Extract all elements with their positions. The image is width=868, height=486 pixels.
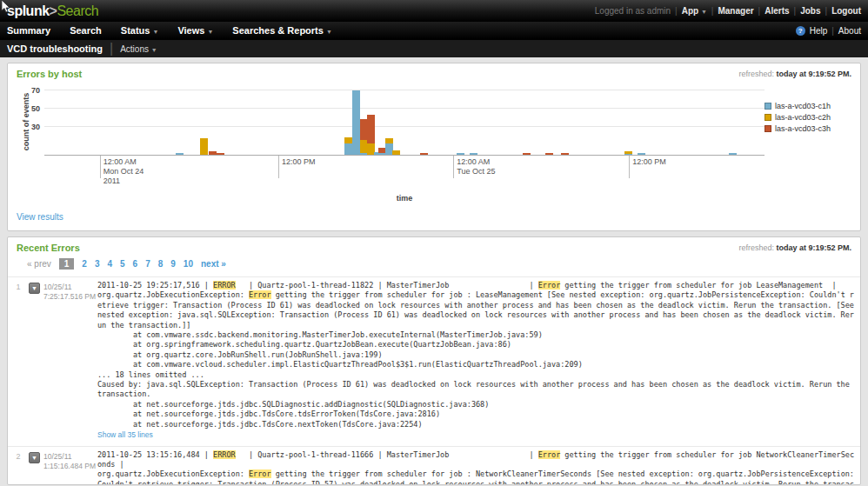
chart-bar[interactable] [624, 151, 632, 155]
alerts-link[interactable]: Alerts [765, 6, 789, 16]
chart-bar[interactable] [209, 151, 217, 155]
x-tick-mark [100, 156, 101, 178]
bar-segment-c2h [392, 150, 400, 155]
event-timestamp: 10/25/117:25:17.516 PM [43, 281, 97, 441]
dashboard-title: VCD troubleshooting [7, 43, 103, 54]
bar-segment-c3h [523, 153, 531, 155]
event-index: 1 [8, 281, 29, 441]
chart-bar[interactable] [352, 90, 360, 155]
pagination-page[interactable]: 6 [133, 259, 138, 269]
x-tick-label: 12:00 AMTue Oct 25 [457, 157, 495, 176]
chevron-down-icon: ▼ [152, 29, 158, 35]
panel-title-recent-errors: Recent Errors [17, 243, 80, 253]
about-link[interactable]: About [838, 26, 861, 36]
gridline [44, 126, 765, 127]
nav-item-summary[interactable]: Summary [7, 25, 50, 36]
help-link[interactable]: Help [810, 26, 828, 36]
refreshed-timestamp: refreshed: today at 9:19:52 PM. [738, 70, 851, 78]
y-axis-label: count of events [22, 91, 30, 152]
event-expand-button[interactable]: ▼ [29, 283, 40, 294]
jobs-link[interactable]: Jobs [800, 6, 820, 16]
nav-item-search[interactable]: Search [70, 25, 102, 36]
x-tick-label: 12:00 PM [632, 157, 666, 167]
chart-bar[interactable] [392, 150, 400, 155]
x-tick-mark [453, 156, 454, 178]
legend-label: las-a-vcd03-c2h [775, 113, 831, 122]
bar-segment-c1h [624, 154, 632, 156]
event-raw-text: 2011-10-25 19:25:17,516 | ERROR | Quartz… [97, 281, 855, 441]
logout-link[interactable]: Logout [831, 6, 861, 16]
y-tick-label: 50 [31, 104, 40, 113]
chart-bar[interactable] [523, 153, 531, 155]
legend-label: las-a-vcd03-c1h [775, 102, 831, 110]
chart-bar[interactable] [200, 138, 208, 155]
logged-in-label: Logged in as admin [595, 6, 671, 16]
bar-segment-c2h [200, 138, 208, 155]
nav-item-searches-reports[interactable]: Searches & Reports▼ [232, 25, 331, 36]
show-all-lines-link[interactable]: Show all 35 lines [97, 430, 153, 440]
chart-bar[interactable] [367, 115, 375, 155]
pagination-page[interactable]: 10 [184, 259, 193, 269]
chevron-down-icon: ▼ [151, 47, 157, 53]
bar-segment-c1h [729, 153, 737, 155]
splunk-logo: splunk>Search [7, 3, 98, 19]
bar-segment-c3h [209, 151, 217, 155]
chart-legend: las-a-vcd03-c1hlas-a-vcd03-c2hlas-a-vcd0… [765, 84, 855, 206]
bar-segment-c1h [470, 153, 477, 155]
event-expand-button[interactable]: ▼ [29, 452, 40, 463]
chart-bar[interactable] [638, 153, 645, 155]
pagination-page[interactable]: 4 [107, 259, 112, 269]
chart-bar[interactable] [217, 153, 224, 155]
pagination-page[interactable]: 7 [145, 259, 150, 269]
x-tick-label: 12:00 AMMon Oct 242011 [103, 157, 144, 186]
event-timestamp: 10/25/111:15:16.484 PM [43, 450, 97, 486]
legend-swatch-icon [765, 103, 771, 110]
pagination-page[interactable]: 2 [82, 259, 87, 269]
bar-segment-c3h [367, 115, 375, 144]
event-list: 1▼10/25/117:25:17.516 PM2011-10-25 19:25… [8, 276, 860, 485]
actions-menu[interactable]: Actions ▼ [120, 44, 157, 54]
nav-item-views[interactable]: Views▼ [177, 25, 213, 36]
nav-item-status[interactable]: Status▼ [121, 25, 159, 36]
pagination-page[interactable]: 5 [120, 259, 125, 269]
refreshed-timestamp: refreshed: today at 9:19:52 PM. [738, 243, 851, 252]
chart-bar[interactable] [470, 153, 477, 155]
chart-bar[interactable] [420, 153, 428, 155]
recent-errors-panel: Recent Errors refreshed: today at 9:19:5… [7, 236, 861, 485]
top-bar: splunk>Search Logged in as admin | App ▼… [0, 0, 868, 22]
chart-bar[interactable] [545, 153, 553, 155]
dashboard-bar: VCD troubleshooting | Actions ▼ [0, 40, 868, 57]
logo-app-name: Search [57, 3, 98, 18]
legend-item-c1h: las-a-vcd03-c1h [765, 102, 855, 110]
pagination-page[interactable]: 9 [170, 259, 176, 269]
legend-swatch-icon [765, 114, 771, 121]
event-time: 1:15:16.484 PM [43, 462, 97, 471]
pagination-page[interactable]: 8 [158, 259, 164, 269]
event-index: 2 [8, 450, 29, 486]
x-axis-label: time [44, 194, 765, 206]
highlighted-term: Error [249, 290, 271, 299]
pagination-page-current: 1 [59, 258, 75, 270]
legend-label: las-a-vcd03-c3h [775, 124, 831, 133]
bar-segment-c1h [176, 153, 184, 155]
pagination: « prev12345678910next » [8, 255, 860, 276]
bar-segment-c3h [545, 153, 553, 155]
event-time: 7:25:17.516 PM [43, 292, 97, 302]
gridline [44, 108, 765, 109]
pagination-next[interactable]: next » [201, 259, 226, 269]
chart-bar[interactable] [457, 153, 464, 155]
bar-segment-c1h [638, 153, 645, 155]
errors-by-host-chart: count of events 305070 12:00 AMMon Oct 2… [8, 81, 860, 206]
x-tick-mark [278, 156, 279, 178]
app-menu[interactable]: App ▼ [682, 6, 707, 16]
chart-bar[interactable] [561, 153, 569, 155]
manager-link[interactable]: Manager [718, 6, 753, 16]
highlighted-term: Error [249, 469, 271, 478]
pagination-page[interactable]: 3 [95, 259, 100, 269]
view-results-link[interactable]: View results [17, 212, 63, 222]
highlighted-term: Error [538, 450, 561, 459]
chart-bar[interactable] [729, 153, 737, 155]
chart-bar[interactable] [176, 153, 184, 155]
highlighted-term: ERROR [213, 281, 236, 290]
y-tick-label: 30 [31, 123, 40, 131]
